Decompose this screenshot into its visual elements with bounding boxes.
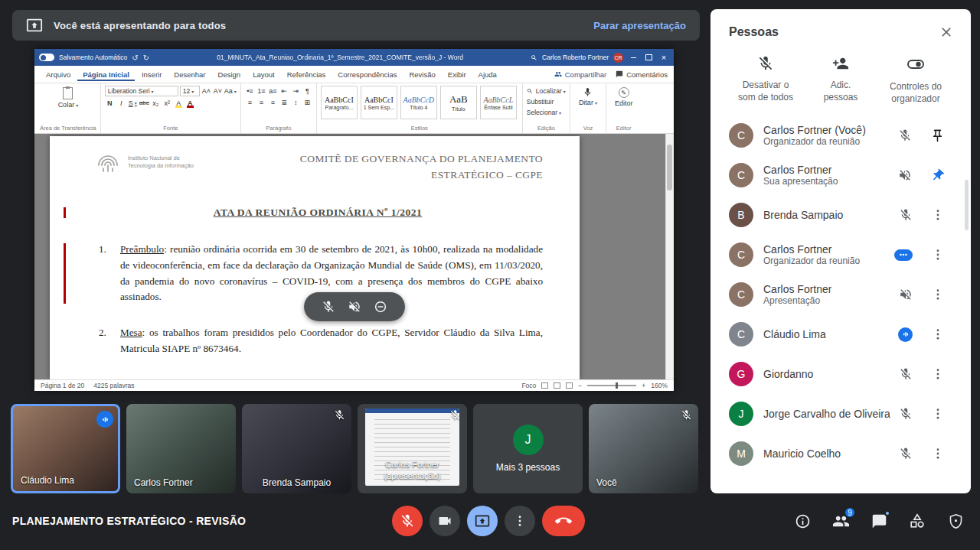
tile-claudio-lima[interactable]: Cláudio Lima	[11, 404, 120, 493]
mic-off-icon[interactable]	[898, 129, 912, 142]
line-spacing-icon	[291, 97, 301, 107]
participant-row: M Mauricio Coelho	[710, 434, 971, 474]
tile-more-people[interactable]: J Mais 3 pessoas	[473, 404, 583, 493]
tile-brenda-sampaio[interactable]: Brenda Sampaio	[242, 404, 351, 493]
speaking-indicator-icon	[96, 411, 113, 428]
meeting-details-button[interactable]	[793, 512, 812, 530]
participant-row: C Carlos Fortner Apresentação	[710, 275, 971, 314]
volume-off-icon[interactable]	[898, 168, 912, 182]
clipboard-icon	[63, 87, 73, 99]
camera-toggle-button[interactable]	[430, 506, 460, 536]
mic-off-icon	[681, 409, 692, 421]
mute-all-button[interactable]: Desativar osom de todos	[730, 55, 801, 105]
overlay-audio-off-button[interactable]	[348, 300, 361, 314]
more-actions-button[interactable]	[931, 248, 945, 262]
overlay-mic-off-button[interactable]	[322, 300, 335, 314]
multilevel-list-icon	[268, 86, 278, 96]
font-group: Liberation Seri 12 A˄ A˅ Aa N I S abc x₂…	[101, 83, 241, 133]
participant-row: J Jorge Carvalho de Oliveira	[710, 394, 971, 434]
participant-subtitle: Apresentação	[763, 295, 831, 306]
call-controls	[392, 506, 585, 536]
align-left-icon	[245, 97, 255, 107]
participant-row: C Carlos Fortner Organizador da reunião	[710, 235, 971, 275]
participant-name: Mauricio Coelho	[763, 447, 841, 460]
tab-arquivo: Arquivo	[41, 68, 76, 81]
tile-you[interactable]: Você	[589, 404, 698, 493]
numbering-icon	[256, 86, 266, 96]
chat-panel-button[interactable]	[870, 512, 888, 530]
host-controls-toggle[interactable]: Controles doorganizador	[880, 55, 951, 105]
tile-carlos-fortner[interactable]: Carlos Fortner	[126, 404, 236, 493]
document-title: 01_MINUTA_Ata_Reuniao_Ordinaria_1º_Semes…	[154, 54, 526, 61]
mic-off-icon[interactable]	[899, 208, 913, 222]
more-actions-button[interactable]	[931, 208, 945, 222]
borders-icon	[302, 97, 312, 107]
mic-off-icon[interactable]	[899, 367, 913, 381]
page-indicator: Página 1 de 20	[41, 382, 84, 389]
avatar: G	[729, 362, 753, 386]
search-icon	[531, 54, 537, 61]
mic-off-icon[interactable]	[899, 447, 913, 461]
stop-presenting-link[interactable]: Parar apresentação	[593, 20, 686, 31]
autosave-label: Salvamento Automático	[59, 54, 127, 61]
iti-logo: Instituto Nacional de Tecnologia da Info…	[93, 147, 194, 177]
avatar: C	[729, 123, 753, 148]
add-people-button[interactable]: Adic.pessoas	[805, 55, 876, 105]
more-actions-button[interactable]	[931, 447, 945, 461]
meeting-panels-controls: 9	[793, 512, 965, 530]
people-panel-button[interactable]: 9	[831, 512, 850, 530]
leave-call-button[interactable]	[542, 506, 585, 536]
tab-inserir: Inserir	[136, 68, 167, 81]
host-controls-button[interactable]	[946, 512, 965, 530]
participant-row: C Cláudio Lima	[710, 314, 971, 354]
participant-name: Brenda Sampaio	[763, 209, 843, 221]
more-actions-button[interactable]	[931, 288, 945, 301]
pinned-button[interactable]	[927, 165, 948, 186]
word-titlebar: Salvamento Automático ↺ ↻ 01_MINUTA_Ata_…	[34, 49, 674, 66]
select-button: Selecionar	[527, 107, 566, 118]
more-options-button[interactable]	[505, 506, 535, 536]
pin-button[interactable]	[930, 129, 945, 143]
tile-carlos-fortner-presentation[interactable]: Carlos Fortner (apresentação)	[358, 404, 467, 493]
participant-row: G Giordanno	[710, 354, 971, 394]
tab-referencias: Referências	[282, 68, 332, 81]
shrink-font-icon: A˅	[213, 86, 223, 96]
subscript-button: x₂	[151, 98, 161, 108]
zoom-slider	[587, 385, 636, 386]
restore-button	[643, 53, 654, 62]
web-layout-icon	[566, 382, 573, 389]
superscript-button: x²	[162, 98, 172, 108]
more-actions-button[interactable]	[931, 367, 945, 381]
mic-toggle-button[interactable]	[392, 506, 423, 536]
panel-scrollbar[interactable]	[965, 180, 969, 230]
print-layout-icon	[554, 382, 560, 389]
more-actions-button[interactable]	[931, 327, 945, 341]
people-panel: Pessoas Desativar osom de todos Adic.pes…	[710, 9, 971, 493]
document-page: Instituto Nacional de Tecnologia da Info…	[50, 136, 580, 379]
speaking-indicator-icon[interactable]	[894, 249, 913, 261]
scrollbar-thumb	[667, 145, 672, 190]
close-panel-button[interactable]	[939, 24, 954, 40]
account-name: Carlos Roberto Fortner	[542, 54, 609, 61]
participant-name: Carlos Fortner (Você)	[763, 124, 866, 136]
focus-mode-label: Foco	[521, 382, 536, 389]
tab-layout: Layout	[247, 68, 280, 81]
participant-name: Carlos Fortner	[763, 283, 831, 295]
more-actions-button[interactable]	[931, 407, 945, 421]
speaking-indicator-icon[interactable]	[898, 327, 913, 342]
participant-subtitle: Sua apresentação	[763, 176, 838, 187]
underline-button: S	[128, 98, 138, 108]
zoom-in-icon: +	[642, 382, 645, 389]
activities-button[interactable]	[908, 512, 926, 530]
present-button[interactable]	[467, 506, 498, 536]
bold-button: N	[105, 98, 115, 108]
editor-icon	[619, 87, 629, 98]
avatar: B	[729, 203, 753, 227]
find-button: Localizar	[527, 86, 566, 96]
overlay-remove-button[interactable]	[374, 300, 387, 314]
participant-filmstrip: Cláudio Lima Carlos Fortner Brenda Sampa…	[11, 404, 698, 493]
mic-off-icon[interactable]	[899, 407, 913, 421]
autosave-toggle	[39, 54, 54, 61]
word-ribbon-tabs: Arquivo Página Inicial Inserir Desenhar …	[34, 66, 674, 83]
volume-off-icon[interactable]	[899, 288, 913, 301]
